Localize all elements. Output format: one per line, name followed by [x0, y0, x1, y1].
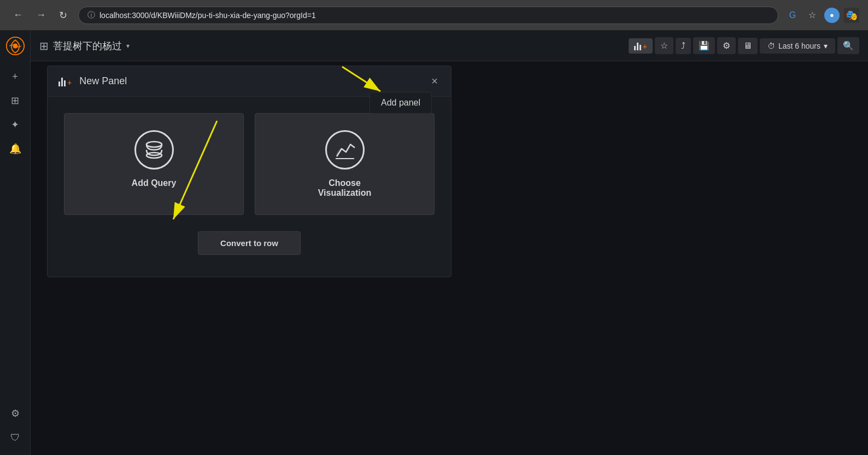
- settings-button[interactable]: ⚙: [717, 37, 736, 54]
- profile-icon[interactable]: ●: [824, 8, 840, 23]
- dashboard-grid-icon: ⊞: [39, 39, 49, 52]
- title-dropdown-arrow[interactable]: ▾: [126, 42, 130, 50]
- modal-body: Add Query: [48, 97, 451, 277]
- plus-icon: +: [12, 71, 18, 83]
- bell-icon: 🔔: [9, 143, 21, 155]
- save-icon: 💾: [699, 40, 709, 51]
- gear-icon: ⚙: [11, 407, 20, 419]
- svg-point-4: [146, 142, 162, 147]
- choose-viz-icon: [325, 130, 365, 170]
- sidebar-item-dashboards[interactable]: ⊞: [4, 90, 26, 112]
- shield-icon: 🛡: [10, 432, 20, 444]
- monitor-icon: 🖥: [743, 41, 752, 51]
- browser-bar: ← → ↻ ⓘ localhost:3000/d/KBWiiiDMz/pu-ti…: [0, 0, 868, 31]
- time-range-label: Last 6 hours: [778, 42, 820, 50]
- zoom-icon: 🔍: [843, 40, 854, 51]
- top-bar: ⊞ 菩提树下的杨过 ▾ + ☆ ⤴: [31, 31, 868, 61]
- browser-nav[interactable]: ← → ↻: [9, 7, 72, 24]
- info-icon: ⓘ: [87, 10, 95, 20]
- sidebar-item-alerts[interactable]: 🔔: [4, 138, 26, 160]
- app-layout: + ⊞ ✦ 🔔 ⚙ 🛡 ⊞ 菩提树下的杨过 ▾: [0, 31, 868, 455]
- compass-icon: ✦: [11, 119, 19, 131]
- modal-panel-icon: +: [58, 77, 72, 86]
- forward-button[interactable]: →: [32, 7, 50, 23]
- top-bar-actions: + ☆ ⤴ 💾 ⚙ 🖥 ⏱: [629, 37, 859, 54]
- sidebar: + ⊞ ✦ 🔔 ⚙ 🛡: [0, 31, 31, 455]
- share-button[interactable]: ⤴: [676, 38, 691, 54]
- tooltip-text: Add panel: [381, 98, 420, 107]
- address-bar[interactable]: ⓘ localhost:3000/d/KBWiiiDMz/pu-ti-shu-x…: [78, 7, 778, 24]
- sidebar-item-add[interactable]: +: [4, 66, 26, 88]
- save-button[interactable]: 💾: [693, 37, 715, 54]
- grid-icon: ⊞: [11, 95, 19, 107]
- url-text: localhost:3000/d/KBWiiiDMz/pu-ti-shu-xia…: [99, 11, 316, 20]
- tv-mode-button[interactable]: 🖥: [738, 38, 758, 54]
- add-panel-button[interactable]: +: [629, 38, 653, 54]
- share-icon: ⤴: [681, 41, 685, 51]
- star-button[interactable]: ☆: [655, 37, 673, 54]
- choose-visualization-option[interactable]: Choose Visualization: [255, 113, 435, 215]
- convert-to-row-button[interactable]: Convert to row: [198, 231, 301, 255]
- sidebar-item-explore[interactable]: ✦: [4, 114, 26, 136]
- add-query-icon: [134, 130, 174, 170]
- time-dropdown-arrow: ▾: [824, 42, 828, 50]
- dashboard-title-area: ⊞ 菩提树下的杨过 ▾: [39, 39, 624, 52]
- bookmark-icon[interactable]: ☆: [805, 8, 820, 23]
- star-icon: ☆: [660, 40, 668, 51]
- modal-title: New Panel: [79, 75, 424, 87]
- browser-actions: G ☆ ● 🎭: [785, 8, 859, 23]
- main-content: Add panel: [31, 61, 868, 455]
- sidebar-item-shield[interactable]: 🛡: [4, 427, 26, 448]
- back-button[interactable]: ←: [9, 7, 27, 23]
- dashboard-area: + New Panel ×: [31, 61, 868, 455]
- clock-icon: ⏱: [767, 42, 775, 50]
- add-panel-tooltip: Add panel: [370, 92, 432, 114]
- zoom-button[interactable]: 🔍: [837, 37, 859, 54]
- add-query-option[interactable]: Add Query: [64, 113, 244, 215]
- mask-ext-icon[interactable]: 🎭: [844, 8, 859, 23]
- modal-close-button[interactable]: ×: [429, 75, 440, 88]
- translate-ext-icon[interactable]: G: [785, 8, 800, 23]
- grafana-logo[interactable]: [4, 35, 26, 57]
- panel-options: Add Query: [64, 113, 435, 215]
- time-range-button[interactable]: ⏱ Last 6 hours ▾: [760, 38, 835, 54]
- add-query-label: Add Query: [132, 178, 177, 188]
- settings-icon: ⚙: [723, 40, 730, 51]
- dashboard-title: 菩提树下的杨过: [53, 39, 122, 52]
- refresh-button[interactable]: ↻: [55, 7, 72, 24]
- bar-chart-add-icon: +: [634, 42, 647, 50]
- sidebar-item-settings[interactable]: ⚙: [4, 402, 26, 424]
- choose-viz-label: Choose Visualization: [318, 178, 372, 198]
